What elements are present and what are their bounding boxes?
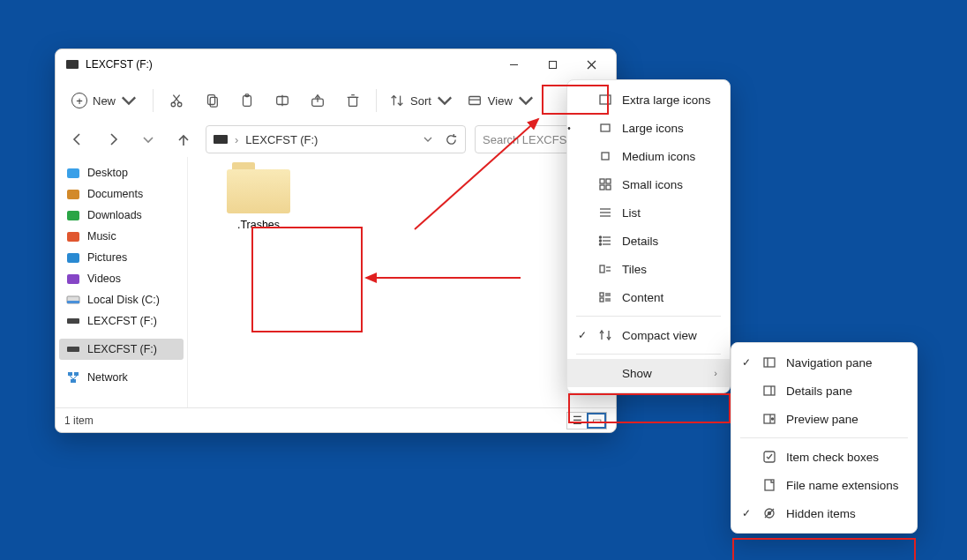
menu-item-label: Extra large icons	[622, 93, 711, 107]
titlebar: LEXCFST (F:)	[56, 49, 616, 79]
svg-rect-1	[549, 61, 556, 68]
hidden-icon	[761, 505, 777, 521]
menu-item[interactable]: File name extensions	[731, 471, 917, 499]
content-pane[interactable]: .Trashes	[188, 157, 616, 407]
menu-item-label: Compact view	[622, 329, 697, 342]
sidebar-item[interactable]: Documents	[59, 183, 184, 205]
menu-item-label: Item check boxes	[786, 451, 879, 464]
svg-rect-41	[602, 153, 609, 160]
menu-item[interactable]: Details	[567, 227, 730, 255]
menu-item[interactable]: •Large icons	[567, 114, 730, 142]
sidebar-item[interactable]: Desktop	[59, 162, 184, 183]
toolbar: + New Sort View ⋯	[56, 79, 616, 122]
navpane-icon	[761, 355, 777, 370]
menu-item[interactable]: Item check boxes	[731, 443, 917, 471]
svg-rect-44	[600, 185, 604, 190]
paste-button[interactable]	[231, 85, 263, 116]
sidebar-item-label: Local Disk (C:)	[87, 294, 160, 306]
view-button[interactable]: View	[461, 85, 539, 116]
refresh-icon[interactable]	[445, 133, 458, 146]
details-icon	[597, 233, 613, 249]
minimize-button[interactable]	[494, 51, 533, 78]
rename-button[interactable]	[266, 85, 298, 116]
menu-item-label: File name extensions	[786, 479, 899, 492]
menu-item-label: Tiles	[622, 263, 647, 276]
svg-point-52	[600, 236, 602, 238]
menu-item[interactable]: Medium icons	[567, 142, 730, 170]
maximize-button[interactable]	[533, 51, 572, 78]
sidebar-item-label: LEXCFST (F:)	[87, 315, 157, 327]
pictures-icon	[66, 250, 80, 265]
sidebar-item[interactable]: Music	[59, 226, 184, 247]
delete-button[interactable]	[337, 85, 369, 116]
menu-item[interactable]: ✓Compact view	[567, 321, 730, 349]
lg-icon	[597, 120, 613, 136]
share-button[interactable]	[302, 85, 334, 116]
item-count: 1 item	[64, 414, 94, 427]
forward-button[interactable]	[100, 126, 126, 153]
menu-item[interactable]: Show›	[567, 359, 730, 387]
sidebar-item[interactable]: LEXCFST (F:)	[59, 310, 184, 332]
svg-rect-8	[208, 95, 215, 105]
cut-button[interactable]	[161, 85, 192, 116]
sidebar-item[interactable]: LEXCFST (F:)	[59, 339, 184, 360]
sidebar-item-label: Downloads	[87, 209, 142, 221]
svg-rect-9	[210, 97, 217, 107]
svg-rect-36	[71, 379, 76, 383]
svg-rect-34	[68, 372, 72, 376]
blank-icon	[597, 365, 613, 381]
svg-rect-31	[67, 301, 79, 303]
sort-label: Sort	[410, 94, 431, 108]
menu-item[interactable]: Tiles	[567, 255, 730, 283]
sidebar-item[interactable]: Network	[59, 367, 184, 388]
disk-icon	[66, 293, 80, 307]
svg-line-38	[73, 376, 77, 379]
menu-item[interactable]: List	[567, 198, 730, 227]
back-button[interactable]	[64, 126, 91, 153]
details-view-icon[interactable]: ☰	[567, 413, 587, 429]
menu-item-label: Navigation pane	[786, 356, 873, 370]
check-icon: ✓	[740, 507, 753, 519]
svg-rect-58	[600, 293, 603, 296]
sidebar-item[interactable]: Videos	[59, 268, 184, 289]
menu-item[interactable]: Extra large icons	[567, 86, 730, 114]
svg-rect-24	[67, 168, 79, 178]
md-icon	[597, 148, 613, 164]
chevron-down-icon	[437, 93, 453, 108]
svg-rect-16	[349, 97, 357, 106]
menu-item-label: Large icons	[622, 122, 684, 135]
menu-item[interactable]: Details pane	[731, 377, 917, 405]
svg-rect-27	[67, 232, 79, 242]
recent-button[interactable]	[135, 126, 161, 153]
menu-item[interactable]: Content	[567, 283, 730, 311]
window-title: LEXCFST (F:)	[86, 58, 153, 71]
downloads-icon	[66, 208, 80, 222]
svg-rect-26	[67, 211, 79, 220]
sidebar-item[interactable]: Pictures	[59, 247, 184, 268]
menu-item[interactable]: Preview pane	[731, 405, 917, 433]
folder-item[interactable]: .Trashes	[206, 157, 311, 231]
new-button[interactable]: + New	[63, 85, 146, 116]
up-button[interactable]	[170, 126, 197, 153]
chevron-down-icon	[121, 93, 137, 108]
sidebar-item[interactable]: Downloads	[59, 205, 184, 226]
menu-item-label: Preview pane	[786, 413, 858, 426]
copy-button[interactable]	[196, 85, 228, 116]
checkbox-icon	[761, 449, 777, 465]
svg-rect-43	[606, 179, 611, 183]
sidebar-item-label: Music	[87, 230, 116, 243]
menu-item[interactable]: ✓Hidden items	[731, 499, 917, 527]
view-toggle[interactable]: ☰ ▭	[566, 412, 607, 429]
menu-item[interactable]: Small icons	[567, 170, 730, 198]
svg-rect-33	[67, 347, 79, 352]
menu-item-label: Details pane	[786, 385, 852, 398]
content-icon	[597, 289, 613, 305]
icons-view-icon[interactable]: ▭	[587, 413, 606, 429]
chevron-down-icon	[424, 135, 432, 144]
address-bar[interactable]: › LEXCFST (F:)	[206, 125, 466, 153]
svg-rect-10	[244, 96, 251, 107]
sort-button[interactable]: Sort	[384, 85, 458, 116]
menu-item[interactable]: ✓Navigation pane	[731, 348, 917, 377]
sidebar-item[interactable]: Local Disk (C:)	[59, 289, 184, 310]
close-button[interactable]	[572, 51, 611, 78]
